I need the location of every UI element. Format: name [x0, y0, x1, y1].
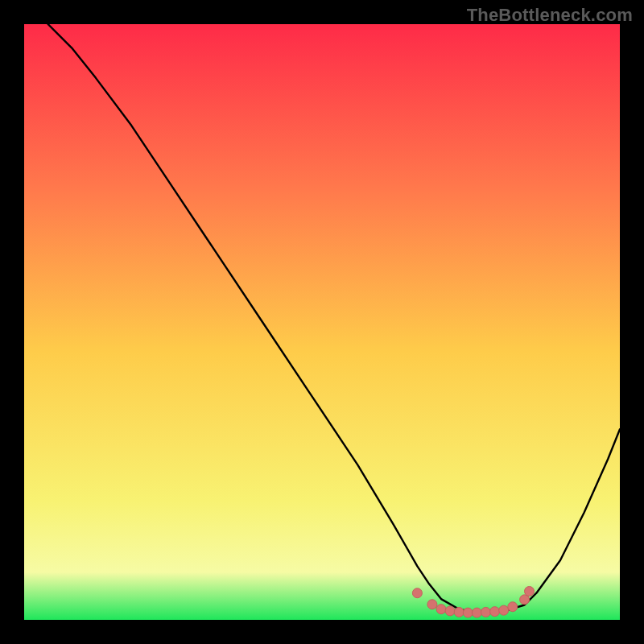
watermark-text: TheBottleneck.com [467, 5, 633, 26]
cluster-point [490, 607, 500, 617]
cluster-point [427, 600, 437, 609]
cluster-point [445, 606, 455, 616]
cluster-point [412, 588, 422, 598]
cluster-point [499, 605, 509, 615]
plot-stage [24, 24, 620, 620]
gradient-background [24, 24, 620, 620]
cluster-point [463, 608, 473, 617]
chart-container: TheBottleneck.com [0, 0, 644, 644]
cluster-point [454, 607, 464, 617]
cluster-point [481, 607, 491, 617]
bottleneck-chart [24, 24, 620, 620]
cluster-point [436, 605, 446, 614]
cluster-point [508, 602, 518, 612]
cluster-point [525, 586, 535, 596]
cluster-point [472, 608, 481, 617]
